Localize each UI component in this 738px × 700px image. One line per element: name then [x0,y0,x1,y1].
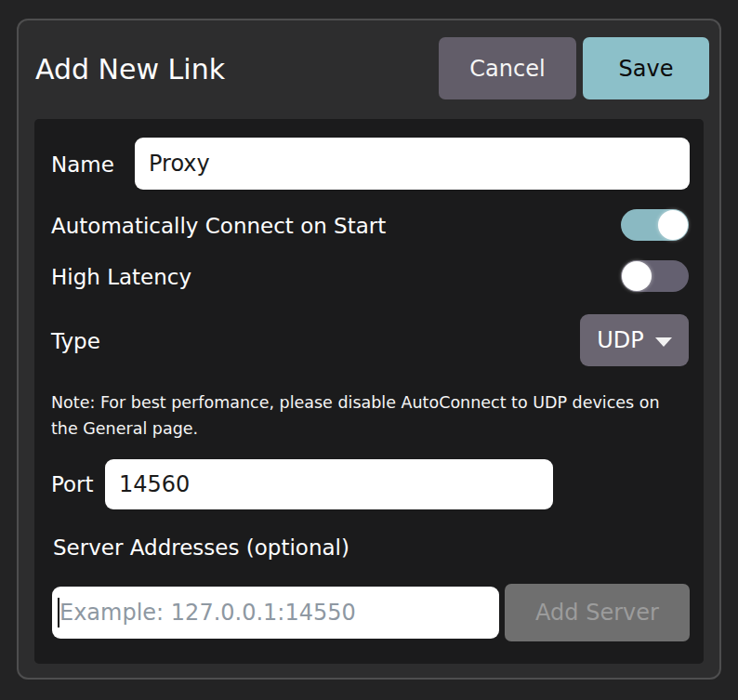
type-dropdown-value: UDP [597,327,644,353]
name-input[interactable] [135,138,690,190]
link-config-panel: Name Automatically Connect on Start High… [34,119,704,664]
port-input[interactable] [105,459,553,509]
auto-connect-label: Automatically Connect on Start [51,213,386,239]
type-label: Type [51,328,100,354]
server-addresses-label: Server Addresses (optional) [53,535,349,561]
add-new-link-dialog: Add New Link Cancel Save Name Automatica… [17,19,721,680]
type-dropdown[interactable]: UDP [580,314,689,366]
auto-connect-toggle[interactable] [621,209,689,241]
cancel-button[interactable]: Cancel [439,37,576,99]
server-address-input[interactable] [52,587,499,639]
dialog-title: Add New Link [35,53,225,86]
port-label: Port [51,471,94,497]
chevron-down-icon [655,337,672,347]
text-cursor [58,598,59,627]
add-server-button[interactable]: Add Server [505,584,690,641]
toggle-knob [622,261,652,291]
save-button[interactable]: Save [583,37,709,99]
server-address-field [52,587,499,639]
name-label: Name [51,152,114,178]
high-latency-toggle[interactable] [621,260,689,292]
udp-performance-note: Note: For best perfomance, please disabl… [51,390,691,442]
toggle-knob [658,210,688,240]
high-latency-label: High Latency [51,264,191,290]
screen-background: Add New Link Cancel Save Name Automatica… [0,0,738,700]
